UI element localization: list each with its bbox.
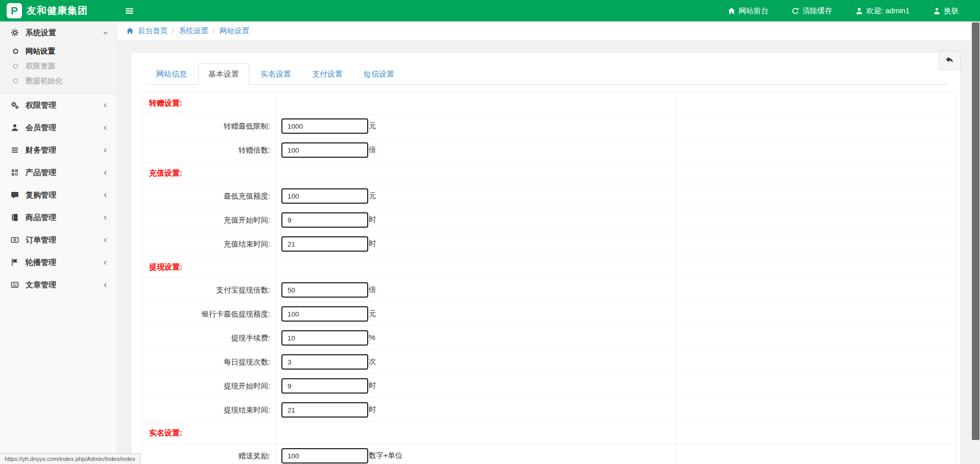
empty-cell [677, 114, 957, 138]
app-title: 友和健康集团 [27, 4, 88, 17]
breadcrumb-link[interactable]: 后台首页 [138, 26, 168, 36]
sidebar-group: 产品管理 [0, 161, 117, 184]
sidebar-item[interactable]: 订单管理 [0, 229, 117, 251]
table-row: 转赠最低限制:元 [142, 114, 957, 138]
logo-icon: P [7, 3, 22, 18]
field-label: 支付宝提现倍数: [142, 278, 277, 302]
table-row: 赠送奖励:数字+单位 [142, 444, 957, 464]
field-unit: 元 [369, 121, 376, 130]
top-nav-item-3[interactable]: 欢迎: admin1 [855, 6, 910, 16]
circle-icon [12, 48, 21, 55]
tab-item[interactable]: 网站信息 [147, 64, 197, 84]
empty-cell [677, 398, 957, 422]
user-icon [855, 7, 863, 15]
chevron-left-icon [102, 102, 109, 109]
sidebar-item[interactable]: 系统设置 [0, 21, 117, 44]
sidebar-toggle-hamburger-icon[interactable] [117, 0, 141, 21]
breadcrumb-link[interactable]: 网站设置 [220, 26, 249, 36]
qrcode-icon [11, 168, 21, 177]
sidebar-group: 轮播管理 [0, 251, 117, 274]
field-input[interactable] [281, 354, 368, 370]
field-unit: 时 [369, 381, 376, 389]
field-label: 赠送奖励: [142, 444, 277, 464]
sidebar-item[interactable]: 产品管理 [0, 161, 117, 184]
field-cell: 时 [277, 374, 677, 398]
sidebar-item[interactable]: 复购管理 [0, 184, 117, 206]
field-cell: % [277, 326, 677, 350]
comment-icon [11, 191, 21, 199]
field-cell: 时 [277, 398, 677, 422]
empty-cell [677, 302, 957, 326]
sidebar-subitem-label: 网站设置 [26, 46, 55, 56]
field-input[interactable] [281, 118, 368, 134]
field-input[interactable] [281, 378, 368, 394]
empty-cell [677, 208, 957, 232]
empty-cell [677, 256, 957, 278]
table-row: 提现开始时间:时 [142, 374, 957, 398]
scrollbar-thumb[interactable] [972, 22, 979, 440]
field-cell: 时 [277, 232, 677, 256]
chevron-left-icon [102, 192, 109, 199]
top-header-bar: P 友和健康集团 网站前台清除缓存欢迎: admin1换肤 [0, 0, 980, 21]
table-row: 每日提现次数:次 [142, 350, 957, 374]
field-label: 提现结束时间: [142, 398, 277, 422]
sidebar-subitem[interactable]: 数据初始化 [0, 74, 117, 88]
field-input[interactable] [281, 236, 368, 252]
empty-cell [677, 138, 957, 162]
breadcrumb-link[interactable]: 系统设置 [179, 26, 208, 36]
empty-cell [677, 422, 957, 444]
sidebar-item[interactable]: 财务管理 [0, 139, 117, 161]
empty-cell [677, 162, 957, 184]
field-input[interactable] [281, 212, 368, 228]
field-input[interactable] [281, 330, 368, 346]
field-input[interactable] [281, 188, 368, 204]
top-nav-item-4[interactable]: 换肤 [933, 6, 959, 16]
chevron-left-icon [102, 282, 109, 288]
empty-cell [677, 326, 957, 350]
sidebar-group: 会员管理 [0, 116, 117, 139]
top-nav-item-2[interactable]: 清除缓存 [792, 6, 832, 16]
chevron-down-icon [102, 30, 109, 36]
tab-item[interactable]: 短信设置 [354, 64, 404, 84]
sidebar-item[interactable]: 商品管理 [0, 206, 117, 229]
field-label: 充值开始时间: [142, 208, 277, 232]
sidebar-item[interactable]: 文章管理 [0, 274, 117, 296]
section-header: 提现设置: [142, 256, 277, 278]
status-url-tooltip: https://yh.dnyys.com/index.php/Admin/Ind… [0, 453, 140, 464]
field-cell: 元 [277, 184, 677, 208]
field-input[interactable] [281, 282, 368, 298]
empty-cell [277, 162, 677, 184]
field-input[interactable] [281, 142, 368, 158]
sidebar-item[interactable]: 轮播管理 [0, 251, 117, 274]
form-rows: 转赠设置:转赠最低限制:元转赠倍数:倍充值设置:最低充值额度:元充值开始时间:时… [142, 92, 957, 464]
top-nav-item-1[interactable]: 网站前台 [728, 6, 768, 16]
field-unit: 倍 [369, 145, 376, 154]
field-label: 转赠倍数: [142, 138, 277, 162]
sidebar-item[interactable]: 权限管理 [0, 94, 117, 116]
empty-cell [677, 444, 957, 464]
field-unit: 时 [369, 405, 376, 413]
empty-cell [677, 278, 957, 302]
table-row: 实名设置: [142, 422, 957, 444]
field-input[interactable] [281, 306, 368, 322]
sidebar-subitem-label: 权限资源 [26, 61, 55, 71]
sidebar-item-label: 轮播管理 [26, 258, 56, 267]
tab-item[interactable]: 实名设置 [251, 64, 301, 84]
back-button[interactable] [939, 51, 961, 70]
tab-active[interactable]: 基本设置 [198, 63, 249, 85]
table-row: 提现结束时间:时 [142, 398, 957, 422]
vertical-scrollbar[interactable] [971, 21, 980, 464]
sidebar-group: 订单管理 [0, 229, 117, 251]
empty-cell [277, 422, 677, 444]
table-row: 充值设置: [142, 162, 957, 184]
field-input[interactable] [281, 448, 368, 463]
field-input[interactable] [281, 402, 368, 418]
home-icon [126, 27, 134, 35]
sidebar-item[interactable]: 会员管理 [0, 116, 117, 139]
sidebar-subitem[interactable]: 权限资源 [0, 59, 117, 74]
chevron-left-icon [102, 169, 109, 176]
tab-item[interactable]: 支付设置 [302, 64, 352, 84]
card-icon [11, 236, 21, 244]
sidebar-item-label: 产品管理 [26, 168, 56, 178]
sidebar-subitem[interactable]: 网站设置 [0, 44, 117, 59]
